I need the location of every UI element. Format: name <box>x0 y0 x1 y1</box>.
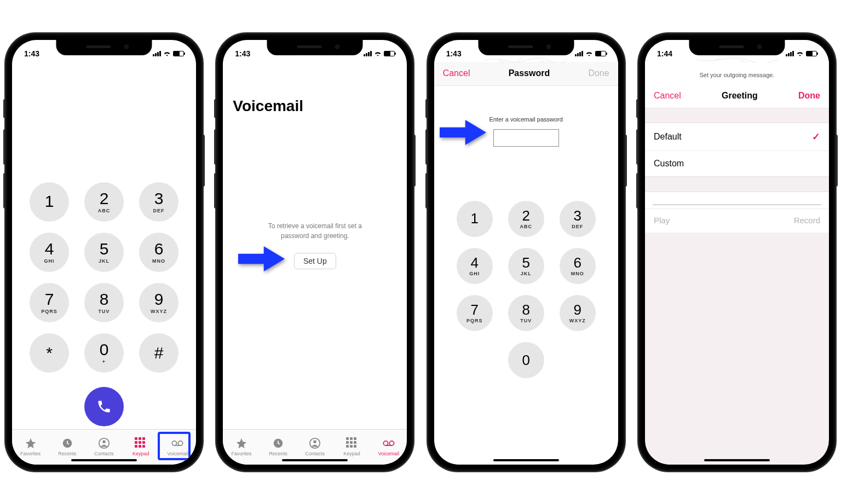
voicemail-icon <box>383 437 395 449</box>
key-2[interactable]: 2ABC <box>84 182 124 222</box>
playback-controls: Play Record <box>645 209 829 233</box>
greeting-custom-label: Custom <box>654 159 684 169</box>
voicemail-title: Voicemail <box>223 62 407 115</box>
dialer-keypad: 1 2ABC 3DEF 4GHI 5JKL 6MNO 7PQRS 8TUV 9W… <box>12 182 196 426</box>
battery-icon <box>384 51 395 56</box>
signal-icon <box>153 51 161 56</box>
tab-favorites[interactable]: Favorites <box>223 430 260 465</box>
phone-1: 1:43 1 2ABC 3DEF 4GHI 5JKL 6MNO <box>5 33 203 471</box>
key-4[interactable]: 4GHI <box>30 233 69 272</box>
key-1[interactable]: 1 <box>457 201 493 237</box>
key-9[interactable]: 9WXYZ <box>139 283 178 322</box>
status-icons <box>786 50 817 56</box>
number-pad: 1 2ABC 3DEF 4GHI 5JKL 6MNO 7PQRS 8TUV 9W… <box>434 201 618 378</box>
screen-voicemail-setup: 1:43 Voicemail To retrieve a voicemail f… <box>223 40 407 465</box>
record-button: Record <box>794 216 820 225</box>
greeting-default-row[interactable]: Default ✓ <box>645 123 829 151</box>
key-1[interactable]: 1 <box>30 182 69 222</box>
key-0[interactable]: 0 <box>508 342 544 378</box>
key-5[interactable]: 5JKL <box>84 233 124 272</box>
wifi-icon <box>585 50 593 56</box>
done-button: Done <box>588 68 609 78</box>
key-8[interactable]: 8TUV <box>84 283 124 322</box>
tab-voicemail[interactable]: Voicemail <box>370 430 407 465</box>
clock-icon <box>272 437 284 449</box>
play-button: Play <box>654 216 670 225</box>
arrow-annotation <box>238 246 285 271</box>
key-5[interactable]: 5JKL <box>508 248 544 284</box>
keypad-icon <box>135 437 147 449</box>
password-input[interactable] <box>493 129 559 147</box>
status-time: 1:43 <box>446 49 462 58</box>
wifi-icon <box>796 50 804 56</box>
signal-icon <box>575 51 583 56</box>
key-2[interactable]: 2ABC <box>508 201 544 237</box>
home-indicator[interactable] <box>71 459 137 461</box>
key-0[interactable]: 0+ <box>84 333 124 373</box>
key-6[interactable]: 6MNO <box>560 248 596 284</box>
setup-button[interactable]: Set Up <box>294 253 336 269</box>
home-indicator[interactable] <box>704 459 770 461</box>
signal-icon <box>364 51 372 56</box>
greeting-custom-row[interactable]: Custom <box>645 151 829 177</box>
key-3[interactable]: 3DEF <box>139 182 178 222</box>
phone-4: 1:44 Set your outgoing message. Cancel G… <box>638 33 836 471</box>
tab-favorites[interactable]: Favorites <box>12 430 49 465</box>
key-star[interactable]: * <box>30 333 69 373</box>
key-9[interactable]: 9WXYZ <box>560 295 596 331</box>
battery-icon <box>595 51 606 56</box>
key-3[interactable]: 3DEF <box>560 201 596 237</box>
call-button[interactable] <box>84 387 124 426</box>
star-icon <box>25 437 37 449</box>
svg-point-8 <box>314 441 317 444</box>
status-icons <box>153 50 184 56</box>
key-7[interactable]: 7PQRS <box>457 295 493 331</box>
clock-icon <box>61 437 73 449</box>
greeting-subtitle: Set your outgoing message. <box>645 62 829 84</box>
cancel-button[interactable]: Cancel <box>443 68 470 78</box>
status-time: 1:43 <box>24 49 39 58</box>
star-icon <box>235 437 247 449</box>
nav-title: Password <box>509 68 550 78</box>
check-icon: ✓ <box>812 131 820 143</box>
wifi-icon <box>163 50 171 56</box>
signal-icon <box>786 51 794 56</box>
password-area: Enter a voicemail password <box>434 86 618 147</box>
screen-greeting: 1:44 Set your outgoing message. Cancel G… <box>645 40 829 465</box>
home-indicator[interactable] <box>493 459 559 461</box>
contact-icon <box>98 437 110 449</box>
key-7[interactable]: 7PQRS <box>30 283 69 322</box>
status-time: 1:43 <box>235 49 250 58</box>
svg-point-10 <box>389 441 394 445</box>
phone-icon <box>96 399 112 414</box>
key-8[interactable]: 8TUV <box>508 295 544 331</box>
svg-point-2 <box>102 441 106 444</box>
nav-title: Greeting <box>722 91 758 101</box>
key-6[interactable]: 6MNO <box>139 233 178 272</box>
arrow-annotation <box>440 120 486 145</box>
playback-progress <box>645 192 829 209</box>
tab-voicemail[interactable]: Voicemail <box>159 430 196 465</box>
phone-2: 1:43 Voicemail To retrieve a voicemail f… <box>216 33 413 471</box>
svg-point-3 <box>172 441 177 445</box>
svg-point-4 <box>178 441 183 445</box>
key-hash[interactable]: # <box>139 333 178 373</box>
home-indicator[interactable] <box>282 459 348 461</box>
status-time: 1:44 <box>657 49 672 58</box>
greeting-default-label: Default <box>654 132 682 142</box>
screen-keypad: 1:43 1 2ABC 3DEF 4GHI 5JKL 6MNO <box>12 40 196 465</box>
voicemail-message: To retrieve a voicemail first set a pass… <box>223 221 407 269</box>
voicemail-icon <box>171 437 183 449</box>
wifi-icon <box>374 50 382 56</box>
status-icons <box>575 50 606 56</box>
phone-3: 1:43 Cancel Password Done Enter a voicem… <box>428 33 625 471</box>
done-button[interactable]: Done <box>798 91 820 101</box>
contact-icon <box>309 437 321 449</box>
svg-point-9 <box>383 441 388 445</box>
battery-icon <box>806 51 817 56</box>
status-icons <box>364 50 395 56</box>
cancel-button[interactable]: Cancel <box>654 91 681 101</box>
nav-bar: Cancel Greeting Done <box>645 84 829 108</box>
key-4[interactable]: 4GHI <box>457 248 493 284</box>
screen-password: 1:43 Cancel Password Done Enter a voicem… <box>434 40 618 465</box>
